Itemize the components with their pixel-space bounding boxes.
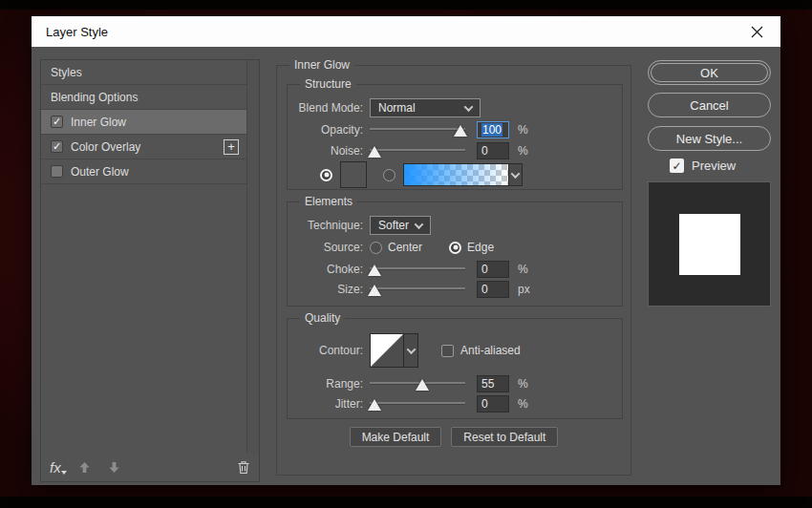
- range-unit: %: [518, 377, 528, 391]
- add-effect-instance-button[interactable]: +: [224, 139, 239, 155]
- source-center-label: Center: [388, 241, 422, 254]
- gradient-preview: [403, 163, 508, 186]
- dialog-title: Layer Style: [32, 25, 108, 39]
- reset-to-default-button[interactable]: Reset to Default: [451, 427, 558, 447]
- sidebar-item-styles[interactable]: Styles: [41, 60, 246, 85]
- choke-slider-handle[interactable]: [368, 265, 381, 276]
- size-input[interactable]: 0: [477, 281, 509, 298]
- delete-effect-button[interactable]: [237, 460, 250, 475]
- size-label: Size:: [288, 283, 370, 296]
- noise-slider[interactable]: [370, 143, 465, 159]
- gradient-dropdown-button[interactable]: [508, 163, 523, 186]
- sidebar-item-blending-options[interactable]: Blending Options: [41, 85, 246, 110]
- arrow-down-icon: [108, 461, 120, 474]
- styles-list-panel: Styles Blending Options ✓ Inner Glow ✓ C…: [40, 59, 260, 482]
- sidebar-item-label: Blending Options: [51, 91, 138, 104]
- opacity-input[interactable]: 100: [477, 121, 509, 138]
- dialog-body: Styles Blending Options ✓ Inner Glow ✓ C…: [32, 47, 780, 485]
- blend-mode-label: Blend Mode:: [288, 101, 370, 115]
- sidebar-item-label: Styles: [51, 66, 82, 79]
- styles-list-scrollbar[interactable]: [246, 60, 259, 453]
- chevron-down-icon: [406, 345, 416, 354]
- structure-legend: Structure: [300, 77, 356, 91]
- sidebar-item-inner-glow[interactable]: ✓ Inner Glow: [41, 110, 246, 135]
- source-center-radio[interactable]: [370, 242, 382, 254]
- trash-icon: [237, 460, 250, 475]
- sidebar-item-label: Color Overlay: [71, 140, 140, 154]
- source-edge-label: Edge: [467, 241, 494, 254]
- styles-list: Styles Blending Options ✓ Inner Glow ✓ C…: [41, 60, 246, 184]
- sidebar-item-label: Outer Glow: [71, 165, 129, 179]
- structure-group: Structure Blend Mode: Normal Opacity: 10…: [287, 84, 623, 190]
- inner-glow-checkbox[interactable]: ✓: [51, 116, 63, 128]
- noise-input[interactable]: 0: [477, 142, 509, 159]
- jitter-slider[interactable]: [370, 396, 465, 412]
- close-icon: [751, 26, 763, 38]
- glow-gradient-radio[interactable]: [383, 169, 395, 181]
- plus-icon: +: [227, 139, 235, 154]
- noise-label: Noise:: [288, 144, 370, 158]
- contour-label: Contour:: [288, 344, 370, 357]
- opacity-label: Opacity:: [288, 123, 370, 137]
- preview-layer-square: [679, 214, 740, 275]
- range-input[interactable]: 55: [477, 375, 509, 392]
- sidebar-item-color-overlay[interactable]: ✓ Color Overlay +: [41, 135, 246, 159]
- cancel-button[interactable]: Cancel: [648, 93, 771, 117]
- blend-mode-dropdown[interactable]: Normal: [370, 98, 481, 117]
- range-slider-handle[interactable]: [416, 379, 429, 391]
- glow-gradient-picker[interactable]: [403, 163, 523, 186]
- arrow-up-icon: [78, 461, 91, 474]
- elements-legend: Elements: [300, 195, 357, 208]
- size-slider-handle[interactable]: [368, 285, 381, 296]
- chevron-down-icon: [511, 169, 521, 179]
- glow-color-swatch[interactable]: [340, 161, 367, 188]
- ok-button[interactable]: OK: [648, 60, 771, 85]
- choke-unit: %: [518, 263, 528, 276]
- choke-input[interactable]: 0: [477, 261, 509, 278]
- close-button[interactable]: [738, 16, 775, 47]
- inner-glow-panel: Inner Glow Structure Blend Mode: Normal …: [276, 65, 631, 476]
- jitter-label: Jitter:: [288, 397, 370, 411]
- opacity-unit: %: [518, 123, 528, 137]
- noise-slider-handle[interactable]: [368, 146, 381, 158]
- anti-aliased-label: Anti-aliased: [460, 344, 521, 357]
- fx-menu-button[interactable]: fx: [50, 459, 61, 476]
- jitter-unit: %: [518, 397, 528, 411]
- range-label: Range:: [288, 377, 370, 391]
- make-default-button[interactable]: Make Default: [350, 427, 442, 447]
- source-edge-radio[interactable]: [449, 242, 461, 254]
- color-overlay-checkbox[interactable]: ✓: [51, 140, 63, 153]
- choke-slider[interactable]: [370, 262, 465, 277]
- glow-color-radio[interactable]: [320, 169, 332, 181]
- size-unit: px: [518, 283, 530, 296]
- contour-picker[interactable]: [370, 333, 404, 368]
- anti-aliased-checkbox[interactable]: [441, 345, 454, 357]
- preview-checkbox[interactable]: ✓: [670, 159, 684, 173]
- noise-unit: %: [518, 144, 528, 158]
- panel-title: Inner Glow: [289, 58, 354, 72]
- technique-label: Technique:: [288, 219, 370, 232]
- jitter-input[interactable]: 0: [477, 395, 509, 413]
- sidebar-item-outer-glow[interactable]: ✓ Outer Glow: [41, 159, 246, 184]
- preview-label: Preview: [692, 159, 736, 173]
- chevron-down-icon: [464, 102, 474, 112]
- chevron-down-icon: [415, 220, 424, 229]
- outer-glow-checkbox[interactable]: ✓: [51, 165, 63, 178]
- opacity-slider[interactable]: [370, 122, 465, 138]
- screen-bottom-bar: [0, 497, 812, 508]
- new-style-button[interactable]: New Style...: [648, 126, 771, 151]
- contour-dropdown-button[interactable]: [404, 333, 418, 368]
- layer-style-dialog: Layer Style Styles Blending Options ✓ In…: [32, 16, 780, 485]
- jitter-slider-handle[interactable]: [368, 399, 381, 411]
- move-effect-down-button[interactable]: [108, 461, 120, 474]
- dialog-titlebar[interactable]: Layer Style: [32, 16, 780, 47]
- opacity-slider-handle[interactable]: [454, 125, 467, 137]
- technique-dropdown[interactable]: Softer: [370, 216, 431, 235]
- styles-list-toolbar: fx: [41, 453, 259, 481]
- sidebar-item-label: Inner Glow: [71, 116, 126, 129]
- size-slider[interactable]: [370, 282, 465, 297]
- quality-group: Quality Contour: Anti-aliased Range: 55 …: [287, 318, 623, 419]
- range-slider[interactable]: [370, 376, 465, 392]
- quality-legend: Quality: [300, 311, 345, 325]
- move-effect-up-button[interactable]: [78, 461, 91, 474]
